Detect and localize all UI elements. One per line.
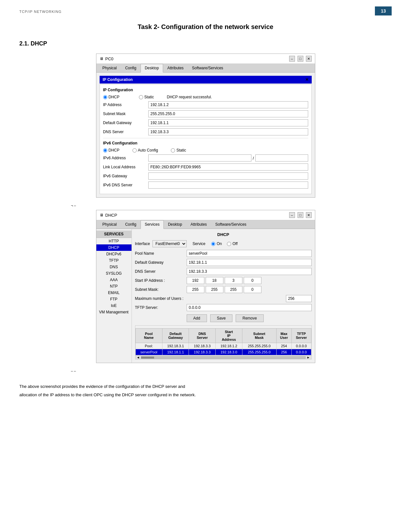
ipv6-autoconfig-radio-label[interactable]: Auto Config (132, 148, 158, 153)
pool-name-input[interactable] (187, 250, 312, 257)
default-gateway-label: Default Gateway (103, 121, 148, 125)
tab-software-services[interactable]: Software/Services (188, 64, 228, 72)
start-ip-oct1[interactable] (187, 277, 204, 284)
interface-label: Interface (135, 241, 150, 246)
interface-row: Interface FastEthernet0 Service On Off (135, 240, 312, 247)
dhcp-radio[interactable] (103, 95, 107, 99)
horizontal-scrollbar[interactable]: ◄ ► (135, 355, 311, 359)
dhcp-tab-physical[interactable]: Physical (98, 220, 121, 229)
page-header: TCP/IP NETWORKING (19, 10, 392, 14)
start-ip-oct3[interactable] (225, 277, 242, 284)
subnet-mask-input[interactable] (148, 110, 308, 117)
ipv6-dns-input[interactable] (148, 182, 308, 189)
col-default-gw: DefaultGateway (162, 329, 189, 343)
ipv6-dhcp-radio[interactable] (103, 148, 107, 153)
pc0-title: PC0 (105, 56, 113, 61)
ipv6-static-radio-label[interactable]: Static (171, 148, 186, 153)
sidebar-item-syslog[interactable]: SYSLOG (96, 270, 132, 277)
ipv6-dns-row: IPv6 DNS Server (103, 182, 308, 189)
sidebar-item-ftp[interactable]: FTP (96, 296, 132, 302)
ipv6-address-row: IPv6 Address / (103, 154, 308, 162)
default-gateway-input[interactable] (148, 119, 308, 126)
ip-config-close[interactable]: ✕ (305, 77, 308, 82)
static-radio[interactable] (139, 95, 143, 99)
sidebar-item-ioe[interactable]: IoE (96, 302, 132, 309)
dhcp-tab-desktop[interactable]: Desktop (164, 220, 186, 229)
ip-address-input[interactable] (148, 101, 308, 108)
save-button[interactable]: Save (210, 314, 232, 322)
tab-physical[interactable]: Physical (98, 64, 121, 72)
dhcp-tab-config[interactable]: Config (121, 220, 141, 229)
cell-max-2: 256 (276, 349, 292, 355)
service-on-radio[interactable] (211, 242, 215, 246)
footer-line2: allocation of the IP address to the clie… (19, 391, 392, 399)
ipv6-autoconfig-radio[interactable] (132, 148, 137, 153)
ip-config-section-label: IP Configuration (103, 88, 308, 92)
dhcp-maximize-button[interactable]: □ (298, 212, 303, 218)
scrollbar-track[interactable] (141, 356, 305, 359)
dhcp-radio-label[interactable]: DHCP (103, 95, 120, 99)
tab-config[interactable]: Config (121, 64, 141, 72)
scroll-right-btn[interactable]: ► (307, 356, 310, 359)
sidebar-item-tftp[interactable]: TFTP (96, 257, 132, 264)
col-pool-name: PoolName (135, 329, 162, 343)
ipv6-dhcp-radio-label[interactable]: DHCP (103, 148, 120, 153)
interface-select[interactable]: FastEthernet0 (152, 240, 187, 247)
minimize-button[interactable]: – (289, 56, 295, 62)
maximize-button[interactable]: □ (298, 56, 303, 62)
dhcp-tab-services[interactable]: Services (141, 220, 164, 229)
subnet-oct3[interactable] (225, 286, 242, 293)
table-row-highlighted[interactable]: serverPool 192.18.1.1 192.18.3.3 192.18.… (135, 349, 311, 355)
ipv6-prefix-input[interactable] (255, 154, 308, 162)
dhcp-dns-input[interactable] (187, 268, 312, 275)
table-row[interactable]: Pool: 192.18.3.1 192.18.3.3 192.18.1.2 2… (135, 343, 311, 349)
service-off-label[interactable]: Off (227, 241, 238, 246)
start-ip-oct4[interactable] (244, 277, 261, 284)
tftp-label: TFTP Server: (135, 305, 187, 310)
max-users-input[interactable] (286, 295, 312, 302)
ip-config-body: IP Configuration DHCP Static DHCP reques… (100, 84, 312, 194)
dhcp-close-button[interactable]: ✕ (306, 212, 312, 218)
dns-server-input[interactable] (148, 128, 308, 135)
tab-attributes[interactable]: Attributes (163, 64, 188, 72)
ipv6-section-label: IPv6 Configuration (103, 141, 308, 145)
dhcp-minimize-button[interactable]: – (289, 212, 295, 218)
dhcp-tab-software[interactable]: Software/Services (211, 220, 251, 229)
dhcp-tab-attributes[interactable]: Attributes (186, 220, 211, 229)
sidebar-item-dhcp[interactable]: DHCP (96, 244, 132, 251)
add-button[interactable]: Add (187, 314, 207, 322)
cell-max: 254 (276, 343, 292, 349)
dhcp-gateway-input[interactable] (187, 259, 312, 266)
sidebar-item-aaa[interactable]: AAA (96, 277, 132, 283)
subnet-mask-row: Subnet Mask (103, 110, 308, 117)
ipv6-mode-row: DHCP Auto Config Static (103, 148, 308, 153)
subnet-mask-label: Subnet Mask (103, 112, 148, 116)
services-sidebar: SERVICES HTTP DHCP DHCPv6 TFTP DNS SYSLO… (96, 229, 132, 363)
tab-desktop[interactable]: Desktop (141, 64, 163, 73)
sidebar-item-dns[interactable]: DNS (96, 264, 132, 270)
subnet-oct4[interactable] (244, 286, 261, 293)
sidebar-item-vm[interactable]: VM Management (96, 309, 132, 315)
tftp-input[interactable] (187, 304, 312, 311)
subnet-oct1[interactable] (187, 286, 204, 293)
scroll-left-btn[interactable]: ◄ (137, 356, 140, 359)
sidebar-item-email[interactable]: EMAIL (96, 290, 132, 296)
ip-config-content: IP Configuration ✕ IP Configuration DHCP… (96, 73, 315, 197)
start-ip-oct2[interactable] (206, 277, 223, 284)
sidebar-item-http[interactable]: HTTP (96, 238, 132, 244)
dhcp-dns-row: DNS Server (135, 268, 312, 275)
service-off-radio[interactable] (227, 242, 231, 246)
subnet-row: Subnet Mask: (135, 286, 312, 293)
scrollbar-thumb[interactable] (141, 357, 154, 359)
remove-button[interactable]: Remove (236, 314, 264, 322)
ipv6-gateway-input[interactable] (148, 172, 308, 180)
static-radio-label[interactable]: Static (139, 95, 154, 99)
close-button[interactable]: ✕ (306, 56, 312, 62)
link-local-input[interactable] (148, 163, 308, 171)
subnet-oct2[interactable] (206, 286, 223, 293)
sidebar-item-dhcpv6[interactable]: DHCPv6 (96, 251, 132, 257)
sidebar-item-ntp[interactable]: NTP (96, 283, 132, 290)
ipv6-static-radio[interactable] (171, 148, 175, 153)
service-on-label[interactable]: On (211, 241, 222, 246)
ipv6-address-input[interactable] (148, 154, 251, 162)
